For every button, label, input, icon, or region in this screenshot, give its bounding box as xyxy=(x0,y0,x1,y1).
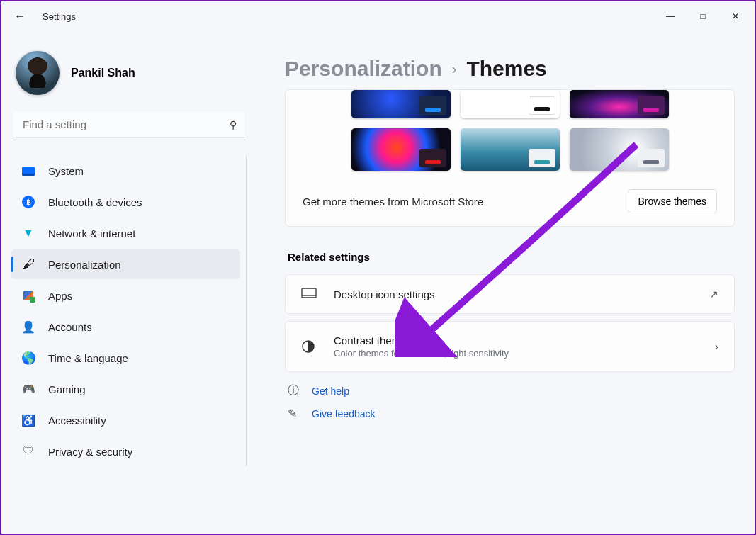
search-icon: ⚲ xyxy=(230,119,237,130)
sidebar-item-accessibility[interactable]: ♿ Accessibility xyxy=(11,405,240,435)
chevron-right-icon: › xyxy=(452,61,457,77)
shield-icon: 🛡 xyxy=(21,444,35,458)
themes-panel: Get more themes from Microsoft Store Bro… xyxy=(285,89,735,227)
contrast-icon xyxy=(301,339,318,354)
sidebar-item-label: System xyxy=(48,165,84,177)
bluetooth-icon: ฿ xyxy=(21,195,35,209)
sidebar-item-label: Accounts xyxy=(48,321,92,333)
feedback-row: ✎ Give feedback xyxy=(285,402,735,424)
theme-tile[interactable] xyxy=(351,90,451,118)
sidebar-item-label: Apps xyxy=(48,290,72,302)
svg-rect-0 xyxy=(302,288,316,298)
profile-name: Pankil Shah xyxy=(71,67,135,79)
browse-themes-button[interactable]: Browse themes xyxy=(628,189,717,213)
wifi-icon: ▼ xyxy=(21,226,35,240)
sidebar-item-label: Accessibility xyxy=(48,415,106,427)
sidebar-item-bluetooth[interactable]: ฿ Bluetooth & devices xyxy=(11,187,240,217)
profile-block[interactable]: Pankil Shah xyxy=(11,47,247,109)
paintbrush-icon: 🖌 xyxy=(21,257,35,271)
gamepad-icon: 🎮 xyxy=(21,382,35,396)
window-title: Settings xyxy=(43,11,76,22)
maximize-button[interactable]: □ xyxy=(687,4,719,29)
sidebar-item-gaming[interactable]: 🎮 Gaming xyxy=(11,374,240,404)
back-button[interactable]: ← xyxy=(14,10,34,23)
card-sublabel: Color themes for low vision, light sensi… xyxy=(334,348,699,359)
feedback-icon: ✎ xyxy=(288,407,302,420)
related-settings-heading: Related settings xyxy=(288,251,735,263)
theme-tile[interactable] xyxy=(570,128,669,171)
help-row: ⓘ Get help xyxy=(285,379,735,402)
theme-grid xyxy=(286,90,734,186)
chevron-right-icon: › xyxy=(715,341,718,352)
sidebar-item-label: Bluetooth & devices xyxy=(48,196,142,208)
search-input[interactable] xyxy=(13,112,245,137)
sidebar-item-label: Time & language xyxy=(48,352,128,364)
titlebar: ← Settings — □ ✕ xyxy=(1,1,755,31)
get-help-link[interactable]: Get help xyxy=(312,385,349,397)
breadcrumb-current: Themes xyxy=(466,57,546,81)
sidebar-item-time[interactable]: 🌎 Time & language xyxy=(11,343,240,373)
sidebar: Pankil Shah ⚲ System ฿ Bluetooth & devic… xyxy=(1,31,256,534)
desktop-icon-settings-card[interactable]: Desktop icon settings ↗ xyxy=(285,274,735,314)
minimize-button[interactable]: — xyxy=(654,4,687,29)
sidebar-item-privacy[interactable]: 🛡 Privacy & security xyxy=(11,437,240,466)
system-icon xyxy=(21,164,35,178)
theme-tile[interactable] xyxy=(461,128,560,171)
sidebar-item-accounts[interactable]: 👤 Accounts xyxy=(11,312,240,342)
help-icon: ⓘ xyxy=(288,383,302,398)
sidebar-item-label: Network & internet xyxy=(48,227,135,240)
theme-tile[interactable] xyxy=(351,128,451,171)
card-label: Desktop icon settings xyxy=(334,288,694,300)
breadcrumb: Personalization › Themes xyxy=(285,57,735,81)
sidebar-item-system[interactable]: System xyxy=(11,156,240,186)
avatar xyxy=(16,51,60,95)
sidebar-item-network[interactable]: ▼ Network & internet xyxy=(11,218,240,248)
apps-icon xyxy=(21,288,35,303)
store-text: Get more themes from Microsoft Store xyxy=(303,196,483,208)
theme-tile[interactable] xyxy=(461,90,560,118)
accessibility-icon: ♿ xyxy=(21,413,35,427)
breadcrumb-parent[interactable]: Personalization xyxy=(285,57,442,81)
globe-clock-icon: 🌎 xyxy=(21,351,35,365)
nav-list: System ฿ Bluetooth & devices ▼ Network &… xyxy=(11,156,247,466)
card-label: Contrast themes xyxy=(334,334,699,347)
sidebar-item-personalization[interactable]: 🖌 Personalization xyxy=(11,249,240,279)
window-controls: — □ ✕ xyxy=(654,4,752,29)
sidebar-item-label: Personalization xyxy=(48,259,121,271)
sidebar-item-label: Privacy & security xyxy=(48,446,132,458)
person-icon: 👤 xyxy=(21,320,35,334)
contrast-themes-card[interactable]: Contrast themes Color themes for low vis… xyxy=(285,321,735,372)
theme-tile[interactable] xyxy=(570,90,669,118)
open-external-icon: ↗ xyxy=(710,288,718,300)
main-content: Personalization › Themes Get more themes… xyxy=(256,31,755,534)
monitor-icon xyxy=(301,288,318,300)
close-button[interactable]: ✕ xyxy=(719,4,752,29)
give-feedback-link[interactable]: Give feedback xyxy=(312,408,376,419)
sidebar-item-apps[interactable]: Apps xyxy=(11,281,240,310)
sidebar-item-label: Gaming xyxy=(48,383,86,395)
